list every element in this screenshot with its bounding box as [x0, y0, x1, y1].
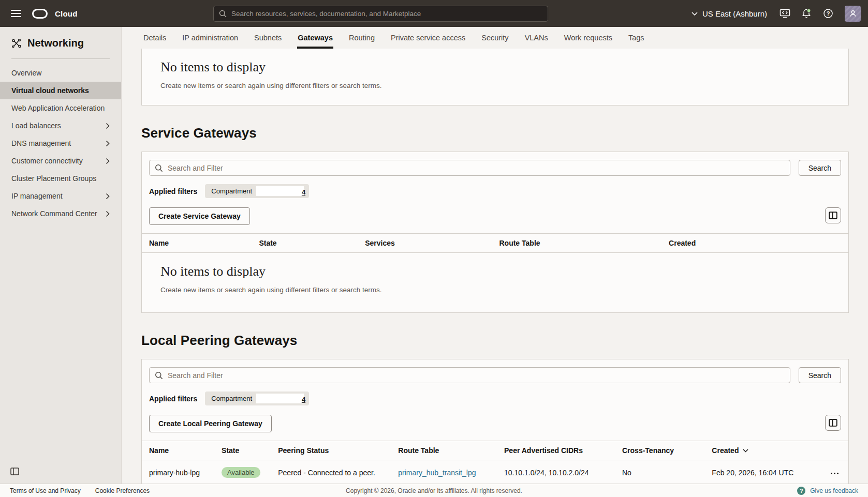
cell-created: Feb 20, 2026, 16:04 UTC [708, 460, 824, 484]
main-content: Details IP administration Subnets Gatewa… [122, 27, 868, 484]
route-table-link[interactable]: primary_hub_transit_lpg [398, 469, 476, 477]
column-header-state: State [255, 234, 361, 253]
sg-search-filter[interactable] [149, 160, 790, 176]
cell-name: primary-hub-lpg [142, 460, 217, 484]
sg-empty-state-title: No items to display [160, 264, 830, 279]
chevron-right-icon [106, 140, 110, 147]
tab-security[interactable]: Security [481, 27, 509, 49]
sg-search-button[interactable]: Search [799, 160, 841, 176]
lpg-applied-filters-label: Applied filters [149, 395, 197, 403]
column-header-services: Services [361, 234, 495, 253]
column-header-route-table: Route Table [394, 441, 500, 460]
help-icon[interactable]: ? [819, 4, 837, 23]
column-header-state: State [217, 441, 274, 460]
column-header-peering-status: Peering Status [274, 441, 394, 460]
cell-cross-tenancy: No [618, 460, 708, 484]
give-feedback-link[interactable]: Give us feedback [810, 487, 858, 494]
sidebar-title: Networking [27, 37, 84, 49]
divider [11, 58, 110, 59]
column-header-created: Created [665, 234, 848, 253]
chevron-right-icon [106, 158, 110, 164]
lpg-column-settings-icon[interactable] [825, 415, 841, 431]
lpg-compartment-filter-chip[interactable]: Compartment 4 [205, 391, 309, 405]
tab-bar: Details IP administration Subnets Gatewa… [122, 27, 868, 49]
tab-vlans[interactable]: VLANs [524, 27, 549, 49]
hamburger-menu-icon[interactable] [7, 5, 25, 22]
sg-compartment-filter-chip[interactable]: Compartment 4 [205, 184, 309, 198]
column-header-created[interactable]: Created [708, 441, 824, 460]
status-badge: Available [222, 467, 260, 478]
search-icon [219, 10, 227, 18]
service-gateways-panel: Search Applied filters Compartment 4 Cre… [141, 152, 849, 313]
top-bar: Cloud US East (Ashburn) ? [0, 0, 868, 27]
sidebar-item-load-balancers[interactable]: Load balancers [0, 117, 121, 134]
sg-search-input[interactable] [168, 164, 785, 172]
sort-chevron-down-icon [743, 449, 748, 453]
previous-gateways-empty-panel: No items to display Create new items or … [141, 49, 849, 106]
sidebar-item-cluster-placement-groups[interactable]: Cluster Placement Groups [0, 170, 121, 187]
user-avatar[interactable] [845, 6, 861, 22]
sidebar-item-web-application-acceleration[interactable]: Web Application Acceleration [0, 99, 121, 117]
feedback-help-icon: ? [797, 487, 805, 495]
lpg-search-filter[interactable] [149, 367, 790, 383]
empty-state-subtitle: Create new items or search again using d… [160, 82, 830, 89]
lpg-search-input[interactable] [168, 371, 785, 380]
tab-work-requests[interactable]: Work requests [564, 27, 613, 49]
sidebar-nav: Overview Virtual cloud networks Web Appl… [0, 64, 121, 222]
service-gateways-title: Service Gateways [141, 125, 849, 141]
sidebar-item-ip-management[interactable]: IP management [0, 187, 121, 205]
column-header-cross-tenancy: Cross-Tenancy [618, 441, 708, 460]
local-peering-gateways-panel: Search Applied filters Compartment 4 Cre… [141, 359, 849, 484]
sidebar-item-network-command-center[interactable]: Network Command Center [0, 205, 121, 222]
create-local-peering-gateway-button[interactable]: Create Local Peering Gateway [149, 415, 272, 432]
global-search[interactable] [213, 6, 548, 22]
row-actions-menu-icon[interactable] [829, 470, 841, 477]
sidebar-item-dns-management[interactable]: DNS management [0, 134, 121, 152]
region-label: US East (Ashburn) [702, 9, 767, 18]
local-peering-gateways-table: Name State Peering Status Route Table Pe… [142, 441, 848, 484]
lpg-search-button[interactable]: Search [799, 367, 841, 383]
lpg-filter-count: 4 [302, 396, 305, 403]
cloud-shell-icon[interactable] [775, 4, 794, 23]
column-header-peer-advertised-cidrs: Peer Advertised CIDRs [500, 441, 618, 460]
collapse-sidebar-icon[interactable] [8, 465, 21, 477]
copyright-text: Copyright © 2026, Oracle and/or its affi… [346, 487, 522, 494]
local-peering-gateways-title: Local Peering Gateways [141, 333, 849, 349]
tab-gateways[interactable]: Gateways [297, 27, 333, 49]
terms-link[interactable]: Terms of Use and Privacy [10, 487, 81, 494]
tab-private-service-access[interactable]: Private service access [390, 27, 466, 49]
notifications-bell-icon[interactable] [797, 4, 816, 23]
table-header-row: Name State Services Route Table Created [142, 234, 848, 253]
sidebar-item-overview[interactable]: Overview [0, 64, 121, 82]
tab-tags[interactable]: Tags [628, 27, 645, 49]
region-selector[interactable]: US East (Ashburn) [686, 6, 772, 21]
global-search-input[interactable] [231, 10, 542, 18]
sidebar-item-virtual-cloud-networks[interactable]: Virtual cloud networks [0, 82, 121, 99]
sidebar-item-customer-connectivity[interactable]: Customer connectivity [0, 152, 121, 170]
tab-details[interactable]: Details [143, 27, 167, 49]
oracle-logo [32, 9, 48, 19]
sg-applied-filters-label: Applied filters [149, 187, 197, 195]
cell-peer-cidrs: 10.10.1.0/24, 10.10.2.0/24 [500, 460, 618, 484]
cell-peering-status: Peered - Connected to a peer. [274, 460, 394, 484]
tab-subnets[interactable]: Subnets [254, 27, 282, 49]
sg-column-settings-icon[interactable] [825, 207, 841, 223]
search-icon [155, 164, 163, 172]
sg-empty-state-subtitle: Create new items or search again using d… [160, 286, 830, 294]
column-header-route-table: Route Table [495, 234, 665, 253]
svg-text:?: ? [827, 10, 830, 17]
cookie-preferences-link[interactable]: Cookie Preferences [95, 487, 150, 494]
networking-icon [11, 38, 22, 49]
content-scroll-area[interactable]: No items to display Create new items or … [122, 49, 868, 484]
chevron-right-icon [106, 210, 110, 217]
sidebar: Networking Overview Virtual cloud networ… [0, 27, 122, 484]
chevron-right-icon [106, 123, 110, 129]
create-service-gateway-button[interactable]: Create Service Gateway [149, 207, 250, 225]
brand-label: Cloud [55, 9, 78, 18]
table-header-row: Name State Peering Status Route Table Pe… [142, 441, 848, 460]
redaction-mask: 4 [256, 186, 304, 196]
page-footer: Terms of Use and Privacy Cookie Preferen… [0, 484, 868, 497]
tab-ip-administration[interactable]: IP administration [182, 27, 239, 49]
tab-routing[interactable]: Routing [348, 27, 375, 49]
empty-state-title: No items to display [160, 59, 830, 75]
